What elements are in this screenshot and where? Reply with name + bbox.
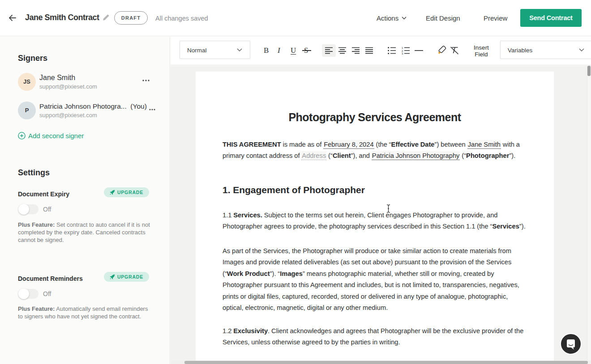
svg-text:3: 3 (402, 52, 403, 55)
svg-text:1: 1 (402, 47, 403, 49)
svg-text:2: 2 (402, 50, 403, 52)
